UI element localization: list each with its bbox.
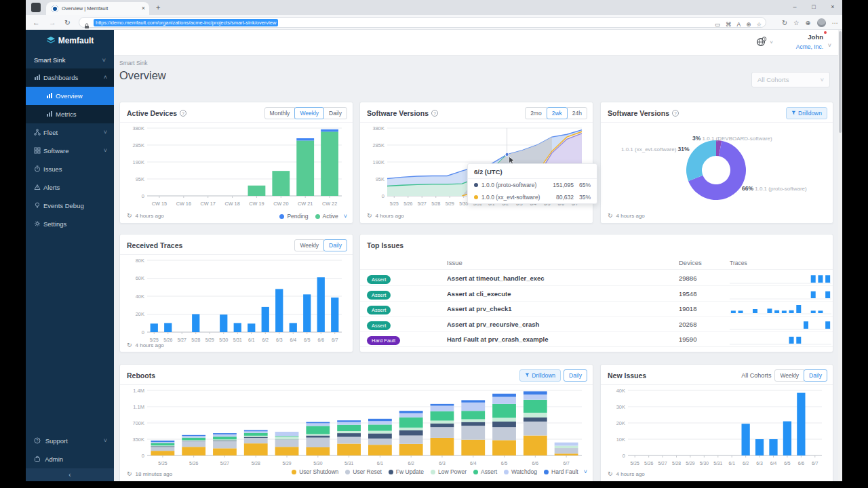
address-bar[interactable]: https://demo.memfault.com/organizations/… xyxy=(79,17,766,28)
zoom-icon[interactable]: ⊕ xyxy=(746,21,751,28)
project-selector[interactable]: Smart Sink˅ xyxy=(26,52,114,68)
keyboard-shortcut-icon[interactable]: ⌘ xyxy=(726,21,732,28)
chevron-down-icon[interactable]: ˅ xyxy=(344,213,347,220)
page-scrollbar[interactable] xyxy=(838,30,842,481)
window-close-button[interactable]: × xyxy=(823,0,842,15)
toggle-2wk[interactable]: 2wk xyxy=(547,107,568,119)
legend-item[interactable]: Fw Update xyxy=(382,468,424,475)
toggle-daily[interactable]: Daily xyxy=(564,369,587,382)
legend-item[interactable]: Pending xyxy=(273,213,308,220)
issue-title[interactable]: Assert at prv_recursive_crash xyxy=(447,317,539,332)
sidebar-item-admin[interactable]: Admin xyxy=(26,450,114,468)
card-title: New Issues xyxy=(608,371,646,380)
toggle-daily[interactable]: Daily xyxy=(323,107,347,119)
svg-text:285K: 285K xyxy=(132,142,144,148)
new-tab-button[interactable]: + xyxy=(156,0,160,15)
toggle-daily[interactable]: Daily xyxy=(804,369,827,382)
read-aloud-icon[interactable]: A xyxy=(737,21,741,28)
drilldown-button[interactable]: Drilldown xyxy=(786,107,827,119)
issue-title[interactable]: Hard Fault at prv_crash_example xyxy=(447,332,548,347)
table-row[interactable]: Hard FaultHard Fault at prv_crash_exampl… xyxy=(360,332,833,347)
refresh-extension-icon[interactable]: ↻ xyxy=(782,16,787,30)
url-text[interactable]: https://demo.memfault.com/organizations/… xyxy=(94,19,278,26)
legend-item[interactable]: Watchdog xyxy=(497,468,537,475)
sidebar-item-alerts[interactable]: Alerts xyxy=(26,178,114,197)
drilldown-button[interactable]: Drilldown xyxy=(519,369,561,382)
tooltip-row: 1.0.0 (xx_evt-software)80,63235% xyxy=(468,191,597,203)
svg-text:6/4: 6/4 xyxy=(770,461,777,466)
legend-item[interactable]: User Shutdown xyxy=(285,468,338,475)
refresh-icon[interactable]: ↻ xyxy=(127,470,132,477)
table-row[interactable]: AssertAssert at prv_check119018 xyxy=(360,302,833,317)
legend-item[interactable]: User Reset xyxy=(338,468,382,475)
toggle-24h[interactable]: 24h xyxy=(567,107,587,119)
sidebar-item-issues[interactable]: Issues xyxy=(26,160,114,178)
issue-title[interactable]: Assert at timeout_handler_exec xyxy=(447,271,545,286)
memfault-logo[interactable]: Memfault xyxy=(26,30,114,52)
reload-icon[interactable]: ↻ xyxy=(64,15,71,30)
legend-item[interactable]: Hard Fault xyxy=(537,468,578,475)
timezone-globe-icon[interactable]: ˅ xyxy=(756,37,773,49)
sidebar-item-overview[interactable]: Overview xyxy=(26,87,114,105)
table-row[interactable]: AssertAssert at timeout_handler_exec2988… xyxy=(360,271,833,286)
help-icon[interactable]: ? xyxy=(672,110,679,117)
svg-text:6/4: 6/4 xyxy=(290,338,297,342)
chevron-down-icon[interactable]: ˅ xyxy=(584,468,587,475)
sidebar-item-events-debug[interactable]: Events Debug xyxy=(26,197,114,215)
help-icon[interactable]: ? xyxy=(180,110,186,117)
window-minimize-button[interactable]: – xyxy=(785,0,804,15)
window-maximize-button[interactable]: □ xyxy=(804,0,823,15)
refresh-icon[interactable]: ↻ xyxy=(608,470,613,477)
sidebar-item-dashboards[interactable]: Dashboards˄ xyxy=(26,68,114,87)
collections-icon[interactable]: ⊕ xyxy=(806,16,811,30)
toggle-weekly[interactable]: Weekly xyxy=(294,107,324,119)
svg-text:0: 0 xyxy=(382,193,384,199)
browser-menu-icon[interactable]: ⋯ xyxy=(832,16,839,30)
workspace-icon[interactable] xyxy=(31,3,41,12)
svg-text:6/2: 6/2 xyxy=(408,461,414,466)
tab-close-icon[interactable]: × xyxy=(142,2,145,15)
favorites-icon[interactable]: ☆ xyxy=(793,16,800,30)
legend-item[interactable]: Low Power xyxy=(424,468,467,475)
table-row[interactable]: AssertAssert at cli_execute19548 xyxy=(360,287,833,302)
svg-text:380K: 380K xyxy=(372,125,384,131)
issue-title[interactable]: Assert at cli_execute xyxy=(447,287,511,302)
sidebar-item-fleet[interactable]: Fleet˅ xyxy=(26,123,114,142)
svg-text:5/27: 5/27 xyxy=(178,338,186,342)
user-menu[interactable]: John Acme, Inc. ˅ xyxy=(796,33,823,52)
legend-dot xyxy=(504,470,509,474)
browser-profile-avatar[interactable] xyxy=(817,18,826,27)
scrollbar-thumb[interactable] xyxy=(839,31,842,133)
refresh-icon[interactable]: ↻ xyxy=(127,212,132,219)
refresh-icon[interactable]: ↻ xyxy=(127,342,132,348)
back-icon[interactable]: ← xyxy=(33,15,40,30)
refresh-icon[interactable]: ↻ xyxy=(608,212,613,219)
refresh-icon[interactable]: ↻ xyxy=(367,212,372,219)
toggle-weekly[interactable]: Weekly xyxy=(294,239,324,251)
sidebar-item-settings[interactable]: Settings xyxy=(26,215,114,233)
updated-label: 4 hours ago xyxy=(136,213,164,219)
sidebar-item-software[interactable]: Software˅ xyxy=(26,142,114,160)
sidebar-item-support[interactable]: ? Support ˅ xyxy=(26,432,114,450)
media-control-icon[interactable]: ▭ xyxy=(715,21,720,28)
svg-text:1.1M: 1.1M xyxy=(133,404,144,410)
svg-text:6/3: 6/3 xyxy=(756,461,763,466)
toggle-weekly[interactable]: Weekly xyxy=(774,369,804,382)
toggle-daily[interactable]: Daily xyxy=(323,239,347,251)
sidebar-item-metrics[interactable]: Metrics xyxy=(26,105,114,123)
toggle-2mo[interactable]: 2mo xyxy=(525,107,547,119)
svg-text:350K: 350K xyxy=(132,436,144,443)
browser-tab[interactable]: Overview | Memfault × xyxy=(46,2,149,15)
table-row[interactable]: AssertAssert at prv_recursive_crash20268 xyxy=(360,317,833,332)
svg-text:5/26: 5/26 xyxy=(189,461,198,466)
bookmark-star-icon[interactable]: ☆ xyxy=(756,21,762,28)
issue-type-badge: Assert xyxy=(367,306,391,314)
cohort-filter-select[interactable]: All Cohorts˅ xyxy=(751,72,830,87)
help-icon[interactable]: ? xyxy=(431,110,438,117)
issue-title[interactable]: Assert at prv_check1 xyxy=(447,302,512,317)
sidebar-collapse-button[interactable]: ‹ xyxy=(26,468,114,481)
legend-item[interactable]: Assert xyxy=(467,468,497,475)
svg-text:6/6: 6/6 xyxy=(532,461,539,466)
toggle-monthly[interactable]: Monthly xyxy=(264,107,296,119)
legend-item[interactable]: Active xyxy=(309,213,338,220)
